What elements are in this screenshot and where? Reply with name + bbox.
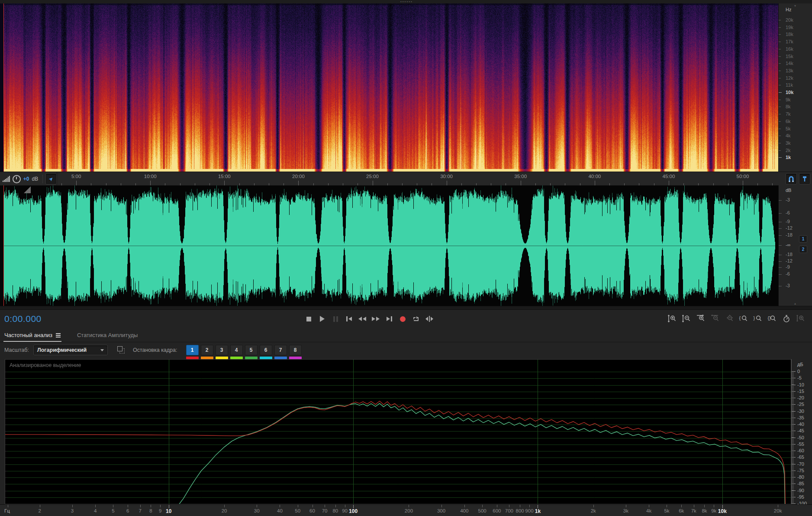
- plot-db-tick-label: -75: [797, 468, 804, 473]
- hold-button-7[interactable]: 7: [274, 345, 287, 355]
- stop-button[interactable]: [303, 313, 314, 325]
- timeline-label: 45:00: [663, 174, 675, 179]
- freq-tick: [779, 49, 781, 49]
- plot-freq-tick: [704, 505, 705, 507]
- amp-tick: [779, 228, 782, 229]
- tab-amplitude-statistics[interactable]: Статистика Амплитуды: [76, 332, 139, 342]
- marker-button[interactable]: [799, 173, 810, 185]
- zoom-to-selection-button[interactable]: {}: [767, 314, 777, 323]
- plot-db-tick-label: -45: [797, 428, 804, 433]
- hold-button-3[interactable]: 3: [216, 345, 228, 355]
- timeline-ruler[interactable]: +0 dB ➤ 5:0010:0015:0020:0025:0030:0035:…: [0, 172, 812, 186]
- plot-freq-tick-label: 5: [112, 508, 114, 513]
- zoom-in-time-button[interactable]: [696, 314, 706, 323]
- amp-tick-label: -∞: [786, 242, 791, 247]
- freq-tick: [779, 85, 781, 85]
- loop-playback-button[interactable]: [410, 313, 422, 325]
- spectrogram-canvas[interactable]: [0, 3, 778, 172]
- amp-tick: [779, 274, 782, 275]
- pause-button[interactable]: [330, 313, 341, 325]
- frequency-plot-canvas[interactable]: [5, 360, 791, 504]
- hold-button-5[interactable]: 5: [245, 345, 258, 355]
- clock-icon[interactable]: [13, 175, 21, 183]
- tab-label: Частотный анализ: [4, 332, 52, 338]
- hold-label: Остановка кадра:: [133, 345, 177, 355]
- plot-db-tick-label: -15: [797, 389, 804, 394]
- plot-freq-tick: [409, 505, 409, 507]
- playhead-time-display[interactable]: 0:00.000: [4, 314, 42, 324]
- plot-db-tick: [792, 490, 796, 491]
- freq-tick-label: 14k: [786, 61, 793, 66]
- panel-menu-icon[interactable]: [56, 333, 61, 338]
- skip-to-end-button[interactable]: [383, 313, 395, 325]
- plot-freq-tick: [626, 505, 626, 507]
- plot-freq-tick-label: 30: [254, 508, 260, 513]
- plot-freq-tick-label: 800: [516, 508, 524, 513]
- gain-value[interactable]: +0: [23, 176, 29, 182]
- freq-tick-label: 7k: [786, 111, 791, 117]
- spectrogram-frequency-ruler[interactable]: ▾ Hz 20k19k18k17k16k15k14k13k12k11k10k9k…: [778, 3, 812, 172]
- record-button[interactable]: [397, 313, 408, 325]
- zoom-to-in-point-button[interactable]: {: [738, 314, 749, 323]
- zoom-out-amplitude-button[interactable]: [681, 314, 692, 323]
- snap-toggle-button[interactable]: [786, 173, 797, 185]
- zoom-in-amplitude-button[interactable]: [667, 314, 677, 323]
- plot-freq-tick-label: 90: [342, 508, 348, 513]
- plot-db-tick: [792, 424, 796, 425]
- waveform-canvas[interactable]: [0, 185, 778, 306]
- zoom-full-button[interactable]: [724, 314, 735, 323]
- plot-freq-tick: [169, 505, 169, 508]
- plot-freq-tick-label: 60: [309, 508, 315, 513]
- plot-freq-tick-label: 4k: [646, 508, 651, 513]
- tab-frequency-analysis[interactable]: Частотный анализ: [3, 332, 61, 342]
- plot-db-tick: [792, 385, 796, 385]
- timeline-label: 20:00: [292, 174, 305, 179]
- plot-freq-tick-label: 6: [126, 508, 129, 513]
- hold-button-6[interactable]: 6: [260, 345, 272, 355]
- copy-graph-button[interactable]: [117, 346, 125, 354]
- hold-button-1[interactable]: 1: [186, 345, 199, 355]
- zoom-out-time-button[interactable]: [710, 314, 720, 323]
- play-button[interactable]: [316, 313, 328, 325]
- zoom-to-out-point-button[interactable]: }: [753, 314, 763, 323]
- plot-freq-tick: [714, 505, 714, 507]
- zoom-in-waveform-button[interactable]: [796, 314, 806, 323]
- freq-tick-label: 2k: [786, 148, 791, 153]
- plot-db-tick-label: -95: [797, 494, 804, 500]
- plot-db-tick: [792, 477, 796, 477]
- hold-button-8[interactable]: 8: [289, 345, 302, 355]
- channel-1-badge[interactable]: 1: [799, 235, 807, 243]
- timed-record-button[interactable]: [781, 314, 792, 323]
- plot-db-tick-label: -55: [797, 441, 804, 447]
- timeline-label: 40:00: [588, 174, 601, 179]
- plot-db-tick-label: -10: [797, 382, 804, 387]
- plot-freq-tick: [160, 505, 161, 507]
- hold-button-4[interactable]: 4: [230, 345, 243, 355]
- plot-selection-label: Анализированое выделение: [10, 362, 81, 368]
- level-meter-icon[interactable]: [3, 176, 10, 182]
- plot-db-tick-label: -5: [797, 375, 802, 380]
- skip-selection-button[interactable]: [424, 313, 435, 325]
- plot-db-ruler: дБ 0-5-10-15-20-25-30-35-40-45-50-55-60-…: [791, 359, 812, 504]
- rewind-button[interactable]: [357, 313, 368, 325]
- selection-corner-handle[interactable]: [24, 186, 31, 193]
- freq-tick-label: 15k: [786, 54, 793, 59]
- plot-db-unit-label: дБ: [797, 362, 803, 367]
- plot-freq-tick-label: 7: [139, 508, 142, 513]
- freq-tick: [779, 100, 781, 100]
- ruler-scroll-nub-icon[interactable]: ▴: [794, 302, 796, 305]
- scale-dropdown-value: Логарифмический: [37, 347, 87, 353]
- scale-dropdown[interactable]: Логарифмический: [33, 345, 108, 355]
- plot-db-tick: [792, 444, 796, 445]
- plot-db-tick: [792, 404, 796, 405]
- skip-to-start-button[interactable]: [343, 313, 354, 325]
- fast-forward-button[interactable]: [370, 313, 381, 325]
- pin-to-clip-button[interactable]: ➤: [45, 173, 57, 185]
- hold-button-2[interactable]: 2: [201, 345, 213, 355]
- ruler-scroll-nub-icon[interactable]: ▾: [794, 4, 796, 8]
- plot-freq-tick: [151, 505, 151, 507]
- amp-tick: [779, 222, 782, 222]
- plot-freq-tick: [40, 505, 40, 507]
- plot-frequency-axis: Гц 2345678910203040506070809010020030040…: [0, 504, 812, 516]
- channel-2-badge[interactable]: 2: [799, 246, 807, 253]
